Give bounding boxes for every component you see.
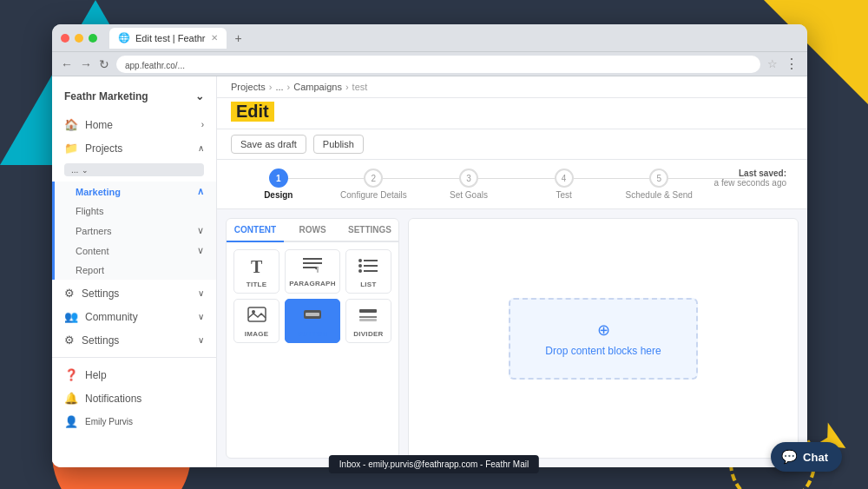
- dot-green[interactable]: [89, 34, 97, 43]
- address-bar: ← → ↻ app.feathr.co/... ☆ ⋮: [52, 52, 807, 76]
- step-circle-2: 2: [364, 169, 383, 188]
- saved-time: a few seconds ago: [707, 178, 786, 188]
- dot-yellow[interactable]: [75, 34, 83, 43]
- block-title[interactable]: T TITLE: [233, 249, 279, 294]
- breadcrumb: Projects › ... › Campaigns › test: [217, 76, 807, 98]
- sidebar-item-marketing[interactable]: Marketing ∧: [55, 182, 216, 202]
- logo-text: Feathr Marketing: [64, 90, 148, 102]
- community-chevron: ∨: [198, 312, 204, 321]
- tab-rows[interactable]: ROWS: [284, 219, 341, 242]
- project-badge-text: ...: [71, 165, 78, 175]
- step-test[interactable]: 4 Test: [516, 169, 612, 200]
- settings2-icon: ⚙: [64, 334, 75, 347]
- address-input[interactable]: app.feathr.co/...: [116, 56, 760, 73]
- page-title: Edit: [231, 102, 274, 122]
- save-draft-button[interactable]: Save as draft: [231, 135, 306, 154]
- step-label-3: Set Goals: [450, 190, 488, 200]
- publish-button[interactable]: Publish: [313, 135, 364, 154]
- dot-red[interactable]: [61, 34, 69, 43]
- svg-rect-14: [359, 309, 377, 313]
- tab-content[interactable]: CONTENT: [227, 219, 284, 242]
- breadcrumb-campaigns[interactable]: Campaigns: [293, 82, 342, 92]
- block-list[interactable]: LIST: [345, 249, 391, 294]
- tab-close-icon[interactable]: ✕: [211, 33, 218, 43]
- svg-text:¶: ¶: [315, 265, 319, 273]
- back-button[interactable]: ←: [61, 57, 73, 71]
- block-paragraph[interactable]: ¶ PARAGRAPH: [285, 249, 340, 294]
- breadcrumb-projects[interactable]: Projects: [231, 82, 266, 92]
- sidebar-item-partners[interactable]: Partners ∨: [55, 221, 216, 241]
- svg-rect-9: [364, 270, 378, 272]
- marketing-label: Marketing: [76, 187, 121, 197]
- block-divider-label: DIVIDER: [353, 330, 384, 338]
- step-circle-1: 1: [269, 169, 288, 188]
- svg-rect-13: [306, 313, 319, 316]
- sidebar-item-notifications[interactable]: 🔔 Notifications: [52, 387, 216, 410]
- svg-rect-1: [303, 262, 322, 264]
- step-configure[interactable]: 2 Configure Details: [326, 169, 422, 200]
- browser-window: 🌐 Edit test | Feathr ✕ + ← → ↻ app.feath…: [52, 24, 807, 467]
- partners-chevron: ∨: [197, 225, 204, 236]
- tab-settings[interactable]: SETTINGS: [341, 219, 398, 242]
- step-design[interactable]: 1 Design: [231, 169, 326, 200]
- block-divider[interactable]: DIVIDER: [345, 299, 391, 343]
- project-badge-chevron: ⌄: [82, 166, 89, 175]
- block-paragraph-label: PARAGRAPH: [289, 280, 336, 287]
- forward-button[interactable]: →: [80, 57, 92, 71]
- breadcrumb-middle[interactable]: ...: [275, 82, 283, 92]
- block-button-label: BUTTON: [298, 330, 328, 338]
- sidebar-item-projects[interactable]: 📁 Projects ∧: [52, 136, 216, 160]
- settings-icon: ⚙: [64, 287, 75, 300]
- button-icon: [303, 307, 322, 327]
- svg-rect-2: [303, 267, 316, 268]
- notifications-icon: 🔔: [64, 392, 78, 405]
- step-goals[interactable]: 3 Set Goals: [421, 169, 516, 200]
- step-label-1: Design: [264, 190, 293, 200]
- chat-button[interactable]: 💬 Chat: [771, 442, 842, 472]
- svg-point-4: [358, 259, 362, 262]
- content-label: Content: [76, 246, 109, 256]
- marketing-chevron: ∧: [197, 186, 204, 197]
- sidebar-item-community[interactable]: 👥 Community ∨: [52, 305, 216, 328]
- block-image-label: IMAGE: [245, 330, 269, 338]
- svg-rect-0: [303, 258, 322, 260]
- sidebar-item-home[interactable]: 🏠 Home ›: [52, 113, 216, 136]
- sidebar-item-report[interactable]: Report: [55, 261, 216, 280]
- sidebar-item-flights[interactable]: Flights: [55, 202, 216, 221]
- sidebar-item-help[interactable]: ❓ Help: [52, 363, 216, 387]
- sidebar-item-settings2[interactable]: ⚙ Settings ∨: [52, 328, 216, 352]
- content-chevron: ∨: [197, 245, 204, 256]
- sidebar-marketing-section: Marketing ∧ Flights Partners ∨ Content ∨…: [52, 182, 216, 280]
- drop-zone[interactable]: ⊕ Drop content blocks here: [509, 298, 697, 380]
- canvas-panel: ⊕ Drop content blocks here: [408, 218, 799, 459]
- step-circle-4: 4: [555, 169, 574, 188]
- sidebar-item-content[interactable]: Content ∨: [55, 241, 216, 261]
- drop-label: Drop content blocks here: [545, 345, 661, 357]
- sidebar-projects-label: Projects: [85, 142, 122, 155]
- divider-icon: [358, 307, 378, 327]
- breadcrumb-current: test: [352, 82, 368, 92]
- image-icon: [247, 307, 266, 327]
- browser-menu-icon[interactable]: ⋮: [785, 56, 799, 72]
- browser-tab[interactable]: 🌐 Edit test | Feathr ✕: [109, 28, 227, 49]
- tab-add-button[interactable]: +: [235, 31, 242, 45]
- sidebar-item-user[interactable]: 👤 Emily Purvis: [52, 410, 216, 433]
- sidebar-home-label: Home: [85, 119, 113, 131]
- sidebar-item-settings[interactable]: ⚙ Settings ∨: [52, 281, 216, 305]
- report-label: Report: [76, 265, 104, 275]
- project-badge[interactable]: ... ⌄: [64, 163, 204, 176]
- block-button[interactable]: BUTTON: [285, 299, 340, 343]
- block-title-label: TITLE: [247, 281, 267, 288]
- block-image[interactable]: IMAGE: [233, 299, 279, 343]
- sidebar-settings-label: Settings: [82, 287, 119, 300]
- step-send[interactable]: 5 Schedule & Send: [611, 169, 707, 200]
- bookmark-icon[interactable]: ☆: [767, 57, 778, 70]
- action-bar: Save as draft Publish: [217, 129, 807, 160]
- tab-favicon: 🌐: [118, 32, 130, 43]
- canvas[interactable]: ⊕ Drop content blocks here: [408, 218, 799, 459]
- svg-rect-16: [359, 319, 377, 321]
- home-icon: 🏠: [64, 118, 78, 131]
- main-content: Projects › ... › Campaigns › test Edit S…: [217, 76, 807, 467]
- tab-title: Edit test | Feathr: [135, 33, 206, 43]
- refresh-button[interactable]: ↻: [99, 57, 109, 71]
